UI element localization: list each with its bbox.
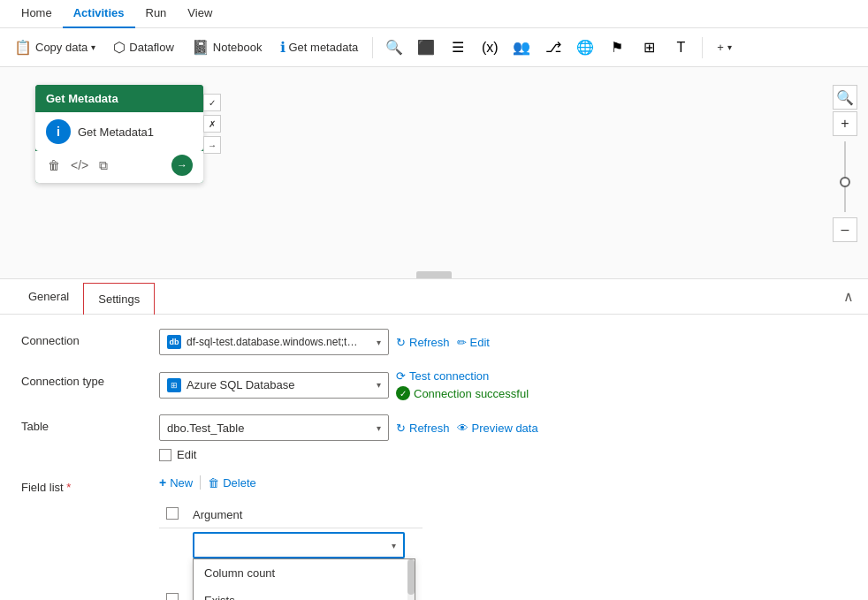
table-preview-link[interactable]: 👁 Preview data (457, 422, 538, 435)
copy-data-icon: 📋 (14, 39, 32, 56)
code-activity-button[interactable]: </> (69, 156, 90, 174)
people-button[interactable]: 👥 (507, 34, 536, 62)
copy-activity-button[interactable]: ⧉ (97, 156, 110, 175)
table-checkbox-header (159, 502, 186, 528)
activity-type-icon: i (46, 119, 71, 144)
connection-dropdown-arrow: ▾ (377, 338, 381, 347)
table-row: Table dbo.Test_Table ▾ ↻ Refresh 👁 Previ… (21, 414, 847, 461)
get-metadata-button[interactable]: ℹ Get metadata (273, 34, 366, 62)
delete-field-button[interactable]: 🗑 Delete (208, 476, 256, 490)
add-button[interactable]: + ▾ (710, 34, 739, 62)
connection-controls: db df-sql-test.database.windows.net;tes.… (159, 329, 847, 355)
outlook-button[interactable]: ⊞ (635, 34, 663, 62)
scrollbar-thumb (407, 559, 415, 595)
notebook-button[interactable]: 📓 Notebook (185, 34, 270, 62)
connection-type-controls: ⊞ Azure SQL Database ▾ ⟳ Test connection… (159, 369, 847, 400)
collapse-bar[interactable] (416, 271, 452, 278)
field-list-content: + New 🗑 Delete (159, 475, 423, 600)
option-exists[interactable]: Exists (194, 587, 415, 600)
toolbar-separator (372, 37, 373, 58)
delete-activity-button[interactable]: 🗑 (46, 156, 62, 174)
edit-icon-1: ✏ (457, 336, 467, 349)
zoom-out-button[interactable]: – (833, 217, 857, 242)
connection-refresh-link[interactable]: ↻ Refresh (396, 336, 450, 349)
git-button[interactable]: ⎇ (539, 34, 567, 62)
tab-settings[interactable]: Settings (83, 283, 155, 315)
menu-home[interactable]: Home (11, 0, 63, 28)
success-dot-icon: ✓ (396, 386, 410, 400)
search-toolbar-button[interactable]: 🔍 (380, 34, 408, 62)
menu-activities[interactable]: Activities (63, 0, 135, 28)
connector-next[interactable]: → (203, 136, 221, 154)
table-dropdown-arrow: ▾ (377, 423, 381, 433)
table-row: ▾ Column count Exists Structure (159, 528, 423, 601)
toolbar: 📋 Copy data ▾ ⬡ Dataflow 📓 Notebook ℹ Ge… (0, 28, 868, 67)
menu-view[interactable]: View (177, 0, 223, 28)
tab-general[interactable]: General (14, 281, 83, 314)
dataflow-icon: ⬡ (113, 39, 126, 56)
zoom-in-button[interactable]: + (833, 111, 857, 136)
teams-button[interactable]: T (666, 34, 695, 62)
notebook-icon: 📓 (192, 39, 209, 56)
argument-dropdown-arrow: ▾ (392, 541, 396, 551)
tabs-row: General Settings ∧ (0, 279, 868, 315)
settings-panel: General Settings ∧ Connection db df-sql-… (0, 279, 868, 600)
test-conn-icon: ⟳ (396, 369, 406, 383)
azure-sql-icon: ⊞ (167, 378, 181, 392)
collapse-panel-icon[interactable]: ∧ (843, 288, 854, 305)
table-edit-label: Edit (177, 448, 196, 461)
field-list-label: Field list * (21, 475, 145, 494)
table-value: dbo.Test_Table (167, 422, 244, 435)
list-button[interactable]: ☰ (444, 34, 472, 62)
argument-header: Argument (186, 502, 423, 528)
connection-type-label: Connection type (21, 369, 145, 388)
row-dropdown-cell: ▾ Column count Exists Structure (186, 528, 423, 601)
go-activity-button[interactable]: → (171, 155, 193, 176)
table-refresh-link[interactable]: ↻ Refresh (396, 422, 450, 435)
filter-button[interactable]: ⬛ (412, 34, 440, 62)
info-icon: ℹ (280, 39, 286, 56)
connection-row: Connection db df-sql-test.database.windo… (21, 329, 847, 355)
test-connection-link[interactable]: ⟳ Test connection (396, 369, 529, 383)
connection-type-arrow: ▾ (377, 380, 381, 390)
variable-button[interactable]: (x) (476, 34, 504, 62)
row-checkbox[interactable] (166, 593, 179, 601)
menu-run[interactable]: Run (135, 0, 178, 28)
table-edit-row: Edit (159, 448, 538, 461)
argument-dropdown-row: ▾ (193, 532, 415, 558)
menu-bar: Home Activities Run View (0, 0, 868, 28)
table-dropdown[interactable]: dbo.Test_Table ▾ (159, 414, 389, 441)
connection-dropdown[interactable]: db df-sql-test.database.windows.net;tes.… (159, 329, 389, 355)
activity-node: Get Metadata i Get Metadata1 🗑 </> ⧉ → (35, 85, 203, 183)
zoom-track (844, 141, 846, 212)
dataflow-button[interactable]: ⬡ Dataflow (106, 34, 181, 62)
preview-icon: 👁 (457, 422, 468, 435)
option-column-count[interactable]: Column count (194, 559, 415, 587)
connection-label: Connection (21, 329, 145, 347)
copy-data-button[interactable]: 📋 Copy data ▾ (7, 34, 103, 62)
node-title: Get Metadata (46, 92, 118, 105)
argument-dropdown[interactable]: ▾ (193, 532, 405, 558)
connection-type-dropdown[interactable]: ⊞ Azure SQL Database ▾ (159, 372, 389, 399)
globe-button[interactable]: 🌐 (571, 34, 599, 62)
connection-success-badge: ✓ Connection successful (396, 386, 529, 400)
table-edit-checkbox[interactable] (159, 449, 171, 461)
zoom-thumb[interactable] (840, 177, 850, 187)
table-input-row: dbo.Test_Table ▾ ↻ Refresh 👁 Preview dat… (159, 414, 538, 441)
select-all-checkbox[interactable] (166, 507, 179, 520)
required-marker: * (66, 481, 71, 494)
table-label: Table (21, 414, 145, 433)
form-area: Connection db df-sql-test.database.windo… (0, 315, 868, 600)
connection-edit-link[interactable]: ✏ Edit (457, 336, 490, 349)
delete-icon: 🗑 (208, 476, 219, 490)
toolbar-separator-2 (702, 37, 703, 58)
search-canvas-button[interactable]: 🔍 (833, 85, 857, 110)
connector-fail[interactable]: ✗ (203, 115, 221, 133)
connector-arrows: ✓ ✗ → (203, 94, 221, 154)
new-field-button[interactable]: + New (159, 475, 193, 490)
connector-success[interactable]: ✓ (203, 94, 221, 111)
flag-button[interactable]: ⚑ (603, 34, 631, 62)
connection-value: df-sql-test.database.windows.net;tes... (187, 336, 363, 348)
activity-node-header: Get Metadata (35, 85, 203, 112)
connection-type-row: Connection type ⊞ Azure SQL Database ▾ ⟳… (21, 369, 847, 400)
